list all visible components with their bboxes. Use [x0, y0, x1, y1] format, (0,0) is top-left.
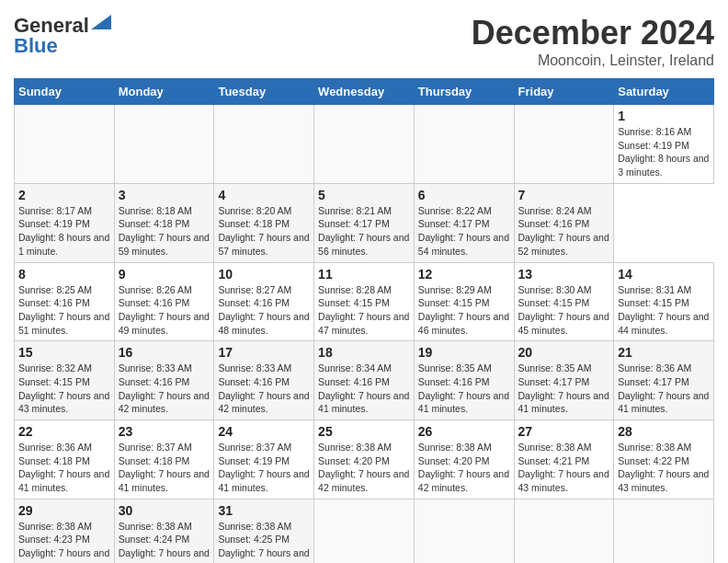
- day-number: 12: [418, 267, 510, 282]
- calendar-cell: [214, 105, 314, 184]
- calendar-cell: [514, 499, 614, 563]
- calendar-cell: 30Sunrise: 8:38 AMSunset: 4:24 PMDayligh…: [114, 499, 214, 563]
- calendar-header-friday: Friday: [514, 79, 614, 105]
- day-info: Sunrise: 8:34 AMSunset: 4:16 PMDaylight:…: [318, 362, 410, 416]
- calendar-week-row: 1Sunrise: 8:16 AMSunset: 4:19 PMDaylight…: [15, 105, 714, 184]
- logo-icon: [91, 15, 111, 29]
- day-info: Sunrise: 8:32 AMSunset: 4:15 PMDaylight:…: [18, 362, 110, 416]
- day-info: Sunrise: 8:35 AMSunset: 4:17 PMDaylight:…: [518, 362, 610, 416]
- logo: General Blue: [14, 14, 111, 58]
- day-number: 21: [618, 345, 710, 360]
- day-info: Sunrise: 8:29 AMSunset: 4:15 PMDaylight:…: [418, 283, 510, 338]
- day-number: 9: [119, 267, 210, 282]
- calendar-cell: 29Sunrise: 8:38 AMSunset: 4:23 PMDayligh…: [15, 499, 115, 563]
- day-number: 2: [18, 188, 110, 202]
- calendar-week-row: 15Sunrise: 8:32 AMSunset: 4:15 PMDayligh…: [15, 341, 714, 420]
- calendar-header-wednesday: Wednesday: [314, 79, 415, 105]
- month-title: December 2024: [472, 14, 714, 52]
- day-info: Sunrise: 8:37 AMSunset: 4:19 PMDaylight:…: [218, 441, 310, 495]
- calendar-cell: [414, 105, 514, 184]
- calendar-cell: 11Sunrise: 8:28 AMSunset: 4:15 PMDayligh…: [314, 262, 415, 341]
- calendar-cell: 16Sunrise: 8:33 AMSunset: 4:16 PMDayligh…: [114, 341, 214, 420]
- day-number: 15: [18, 345, 110, 360]
- day-info: Sunrise: 8:31 AMSunset: 4:15 PMDaylight:…: [618, 283, 710, 338]
- day-number: 14: [618, 267, 710, 282]
- calendar-cell: 26Sunrise: 8:38 AMSunset: 4:20 PMDayligh…: [414, 420, 514, 500]
- location-title: Mooncoin, Leinster, Ireland: [472, 52, 714, 69]
- day-info: Sunrise: 8:33 AMSunset: 4:16 PMDaylight:…: [218, 362, 310, 416]
- day-info: Sunrise: 8:18 AMSunset: 4:18 PMDaylight:…: [119, 204, 210, 259]
- calendar-cell: 31Sunrise: 8:38 AMSunset: 4:25 PMDayligh…: [214, 499, 314, 563]
- calendar-header-monday: Monday: [114, 79, 214, 105]
- day-number: 30: [119, 503, 210, 518]
- day-number: 20: [518, 345, 610, 360]
- calendar-cell: [414, 499, 514, 563]
- day-number: 31: [218, 503, 310, 518]
- day-info: Sunrise: 8:38 AMSunset: 4:24 PMDaylight:…: [119, 520, 210, 563]
- calendar-header-thursday: Thursday: [414, 79, 514, 105]
- calendar-cell: [314, 499, 415, 563]
- calendar-cell: 27Sunrise: 8:38 AMSunset: 4:21 PMDayligh…: [514, 420, 614, 500]
- calendar-cell: 25Sunrise: 8:38 AMSunset: 4:20 PMDayligh…: [314, 420, 415, 500]
- day-info: Sunrise: 8:24 AMSunset: 4:16 PMDaylight:…: [518, 204, 610, 259]
- calendar-table: SundayMondayTuesdayWednesdayThursdayFrid…: [14, 78, 714, 563]
- calendar-cell: [114, 105, 214, 184]
- calendar-cell: 13Sunrise: 8:30 AMSunset: 4:15 PMDayligh…: [514, 262, 614, 341]
- day-info: Sunrise: 8:21 AMSunset: 4:17 PMDaylight:…: [318, 204, 410, 259]
- day-info: Sunrise: 8:26 AMSunset: 4:16 PMDaylight:…: [119, 283, 210, 338]
- day-info: Sunrise: 8:28 AMSunset: 4:15 PMDaylight:…: [318, 283, 410, 338]
- day-number: 11: [318, 267, 410, 282]
- day-info: Sunrise: 8:36 AMSunset: 4:18 PMDaylight:…: [18, 441, 110, 495]
- calendar-week-row: 29Sunrise: 8:38 AMSunset: 4:23 PMDayligh…: [15, 499, 714, 563]
- day-number: 17: [218, 345, 310, 360]
- calendar-cell: 19Sunrise: 8:35 AMSunset: 4:16 PMDayligh…: [414, 341, 514, 420]
- calendar-header-sunday: Sunday: [15, 79, 115, 105]
- day-info: Sunrise: 8:22 AMSunset: 4:17 PMDaylight:…: [418, 204, 510, 259]
- calendar-cell: 17Sunrise: 8:33 AMSunset: 4:16 PMDayligh…: [214, 341, 314, 420]
- calendar-cell: 6Sunrise: 8:22 AMSunset: 4:17 PMDaylight…: [414, 183, 514, 262]
- calendar-cell: [514, 105, 614, 184]
- day-info: Sunrise: 8:30 AMSunset: 4:15 PMDaylight:…: [518, 283, 610, 338]
- logo-text-blue: Blue: [14, 34, 58, 58]
- day-number: 13: [518, 267, 610, 282]
- calendar-cell: [314, 105, 415, 184]
- day-info: Sunrise: 8:27 AMSunset: 4:16 PMDaylight:…: [218, 283, 310, 338]
- calendar-cell: 4Sunrise: 8:20 AMSunset: 4:18 PMDaylight…: [214, 183, 314, 262]
- calendar-cell: 24Sunrise: 8:37 AMSunset: 4:19 PMDayligh…: [214, 420, 314, 500]
- day-info: Sunrise: 8:38 AMSunset: 4:20 PMDaylight:…: [318, 441, 410, 495]
- calendar-cell: 14Sunrise: 8:31 AMSunset: 4:15 PMDayligh…: [614, 262, 714, 341]
- calendar-cell: 23Sunrise: 8:37 AMSunset: 4:18 PMDayligh…: [114, 420, 214, 500]
- calendar-cell: 3Sunrise: 8:18 AMSunset: 4:18 PMDaylight…: [114, 183, 214, 262]
- calendar-header-tuesday: Tuesday: [214, 79, 314, 105]
- calendar-cell: 5Sunrise: 8:21 AMSunset: 4:17 PMDaylight…: [314, 183, 415, 262]
- day-info: Sunrise: 8:25 AMSunset: 4:16 PMDaylight:…: [18, 283, 110, 338]
- day-info: Sunrise: 8:33 AMSunset: 4:16 PMDaylight:…: [119, 362, 210, 416]
- day-number: 19: [418, 345, 510, 360]
- calendar-cell: 9Sunrise: 8:26 AMSunset: 4:16 PMDaylight…: [114, 262, 214, 341]
- day-number: 6: [418, 188, 510, 202]
- day-number: 27: [518, 424, 610, 439]
- day-info: Sunrise: 8:37 AMSunset: 4:18 PMDaylight:…: [119, 441, 210, 495]
- calendar-cell: 10Sunrise: 8:27 AMSunset: 4:16 PMDayligh…: [214, 262, 314, 341]
- day-number: 24: [218, 424, 310, 439]
- day-number: 3: [119, 188, 210, 202]
- calendar-cell: 22Sunrise: 8:36 AMSunset: 4:18 PMDayligh…: [15, 420, 115, 500]
- day-info: Sunrise: 8:16 AMSunset: 4:19 PMDaylight:…: [618, 125, 710, 179]
- calendar-cell: 1Sunrise: 8:16 AMSunset: 4:19 PMDaylight…: [614, 105, 714, 184]
- day-number: 26: [418, 424, 510, 439]
- day-info: Sunrise: 8:38 AMSunset: 4:25 PMDaylight:…: [218, 520, 310, 563]
- calendar-header-saturday: Saturday: [614, 79, 714, 105]
- day-number: 4: [218, 188, 310, 202]
- day-number: 7: [518, 188, 610, 202]
- day-info: Sunrise: 8:36 AMSunset: 4:17 PMDaylight:…: [618, 362, 710, 416]
- calendar-cell: 12Sunrise: 8:29 AMSunset: 4:15 PMDayligh…: [414, 262, 514, 341]
- calendar-week-row: 8Sunrise: 8:25 AMSunset: 4:16 PMDaylight…: [15, 262, 714, 341]
- calendar-cell: 28Sunrise: 8:38 AMSunset: 4:22 PMDayligh…: [614, 420, 714, 500]
- day-number: 25: [318, 424, 410, 439]
- day-number: 28: [618, 424, 710, 439]
- day-info: Sunrise: 8:17 AMSunset: 4:19 PMDaylight:…: [18, 204, 110, 259]
- day-info: Sunrise: 8:20 AMSunset: 4:18 PMDaylight:…: [218, 204, 310, 259]
- svg-marker-0: [91, 15, 111, 29]
- day-number: 22: [18, 424, 110, 439]
- calendar-cell: 15Sunrise: 8:32 AMSunset: 4:15 PMDayligh…: [15, 341, 115, 420]
